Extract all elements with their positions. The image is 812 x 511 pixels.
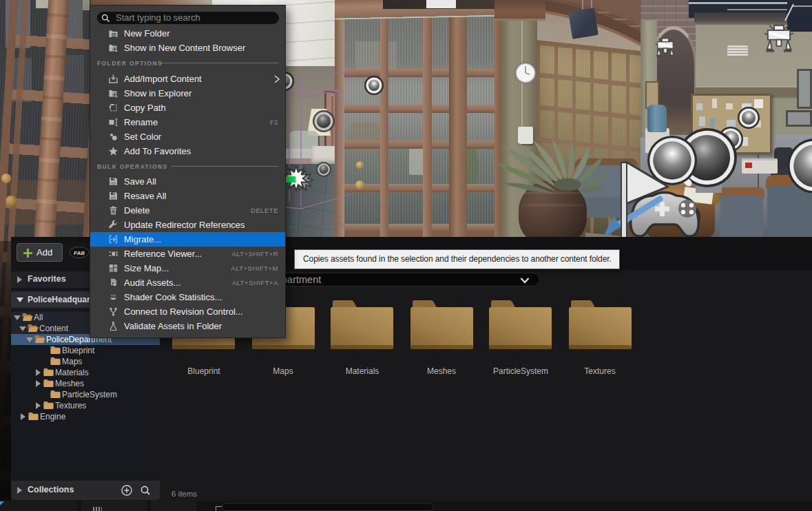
svg-text:FAB: FAB: [74, 250, 85, 256]
